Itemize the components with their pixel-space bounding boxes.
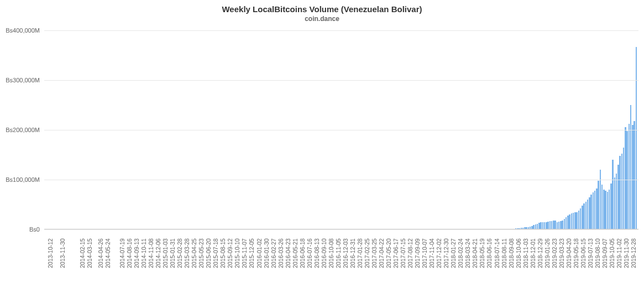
x-tick-label: 2018-12-29 <box>537 238 543 268</box>
y-gridline <box>44 80 638 81</box>
x-tick-label: 2016-03-26 <box>278 238 284 268</box>
x-tick-label: 2019-02-23 <box>551 238 558 268</box>
x-tick-label: 2017-10-07 <box>421 238 428 268</box>
x-tick-label: 2014-09-13 <box>133 238 140 268</box>
x-tick-label: 2015-09-12 <box>227 238 233 268</box>
x-tick-label: 2017-07-15 <box>400 238 406 268</box>
x-tick-label: 2018-07-14 <box>494 238 500 268</box>
x-tick-label: 2016-07-16 <box>306 238 313 268</box>
chart-container: Weekly LocalBitcoins Volume (Venezuelan … <box>0 0 644 304</box>
x-tick-label: 2014-11-08 <box>148 238 154 268</box>
x-tick-label: 2016-04-23 <box>285 238 291 268</box>
x-tick-label: 2016-08-13 <box>313 238 320 268</box>
x-tick-label: 2015-01-31 <box>169 238 176 268</box>
x-tick-label: 2016-01-30 <box>263 238 270 268</box>
y-gridline <box>44 30 638 31</box>
y-gridline <box>44 180 638 180</box>
x-tick-label: 2018-06-16 <box>486 238 493 268</box>
x-tick-label: 2016-02-27 <box>270 238 277 268</box>
x-tick-label: 2015-11-07 <box>241 238 248 268</box>
x-tick-label: 2017-04-22 <box>378 238 385 268</box>
x-tick-label: 2018-08-11 <box>501 238 507 268</box>
x-tick-label: 2017-06-17 <box>392 238 399 268</box>
x-tick-label: 2015-04-25 <box>191 238 197 268</box>
y-tick-label: Bs200,000M <box>6 127 44 133</box>
x-tick-label: 2015-12-05 <box>248 238 255 268</box>
x-tick-label: 2016-05-21 <box>292 238 299 268</box>
x-tick-label: 2018-05-19 <box>479 238 485 268</box>
x-tick-label: 2013-10-12 <box>47 238 54 268</box>
x-tick-label: 2018-12-01 <box>530 238 536 268</box>
x-axis: 2013-10-122013-11-302014-02-152014-03-15… <box>44 229 638 298</box>
x-tick-label: 2019-05-18 <box>573 238 579 268</box>
x-tick-label: 2017-12-30 <box>443 238 449 268</box>
x-tick-label: 2019-09-07 <box>601 238 608 268</box>
x-tick-label: 2016-01-02 <box>256 238 263 268</box>
x-tick-label: 2018-11-03 <box>522 238 529 268</box>
x-tick-label: 2014-02-15 <box>79 238 86 268</box>
x-tick-label: 2019-04-20 <box>566 238 572 268</box>
x-tick-label: 2015-06-20 <box>205 238 212 268</box>
x-tick-label: 2015-07-18 <box>212 238 219 268</box>
x-tick-label: 2018-09-08 <box>508 238 515 268</box>
x-tick-label: 2014-07-19 <box>119 238 125 268</box>
x-tick-label: 2019-08-10 <box>594 238 601 268</box>
x-tick-label: 2016-12-31 <box>349 238 356 268</box>
bar[interactable] <box>636 47 637 229</box>
y-tick-label: Bs300,000M <box>6 77 44 83</box>
x-tick-label: 2014-08-16 <box>126 238 133 268</box>
x-tick-label: 2015-05-23 <box>198 238 205 268</box>
x-tick-label: 2016-06-18 <box>299 238 306 268</box>
x-tick-label: 2017-03-25 <box>371 238 378 268</box>
chart-titles: Weekly LocalBitcoins Volume (Venezuelan … <box>0 4 644 23</box>
x-tick-label: 2014-03-15 <box>86 238 93 268</box>
x-tick-label: 2018-04-21 <box>472 238 478 268</box>
x-tick-label: 2014-10-11 <box>140 238 147 268</box>
plot-area: Bs0Bs100,000MBs200,000MBs300,000MBs400,0… <box>44 30 638 229</box>
x-tick-label: 2018-10-06 <box>515 238 522 268</box>
y-tick-label: Bs400,000M <box>6 27 44 34</box>
x-tick-label: 2019-07-13 <box>587 238 594 268</box>
x-tick-label: 2019-12-28 <box>630 238 637 268</box>
x-tick-label: 2019-11-30 <box>623 238 630 268</box>
x-tick-label: 2013-11-30 <box>59 238 66 268</box>
x-tick-label: 2017-01-28 <box>357 238 363 268</box>
x-tick-label: 2017-02-25 <box>364 238 370 268</box>
x-tick-label: 2016-10-08 <box>328 238 334 268</box>
x-tick-label: 2015-08-15 <box>219 238 226 268</box>
x-tick-label: 2019-11-02 <box>616 238 622 268</box>
x-tick-label: 2016-11-05 <box>335 238 342 268</box>
x-tick-label: 2015-03-28 <box>184 238 190 268</box>
y-tick-label: Bs0 <box>29 226 44 233</box>
x-tick-label: 2015-02-28 <box>176 238 183 268</box>
x-tick-label: 2016-12-03 <box>342 238 349 268</box>
x-tick-label: 2017-05-20 <box>385 238 392 268</box>
x-tick-label: 2016-09-10 <box>321 238 327 268</box>
x-tick-label: 2015-01-03 <box>162 238 169 268</box>
x-tick-label: 2015-10-10 <box>234 238 240 268</box>
x-tick-label: 2014-12-06 <box>155 238 161 268</box>
x-tick-label: 2019-03-23 <box>558 238 565 268</box>
x-tick-label: 2017-12-02 <box>436 238 442 268</box>
x-tick-label: 2018-01-27 <box>450 238 457 268</box>
x-tick-label: 2018-03-24 <box>464 238 471 268</box>
y-tick-label: Bs100,000M <box>6 176 44 183</box>
x-tick-label: 2018-02-24 <box>457 238 464 268</box>
x-tick-label: 2017-11-04 <box>428 238 435 268</box>
x-tick-label: 2019-06-15 <box>580 238 587 268</box>
x-tick-label: 2019-10-05 <box>609 238 615 268</box>
x-tick-label: 2017-08-12 <box>407 238 413 268</box>
y-gridline <box>44 130 638 130</box>
x-tick-label: 2017-09-09 <box>414 238 421 268</box>
x-tick-label: 2014-05-24 <box>104 238 111 268</box>
x-tick-label: 2014-04-26 <box>97 238 104 268</box>
chart-subtitle: coin.dance <box>0 15 644 23</box>
chart-title: Weekly LocalBitcoins Volume (Venezuelan … <box>0 4 644 14</box>
x-tick-label: 2019-01-26 <box>544 238 551 268</box>
